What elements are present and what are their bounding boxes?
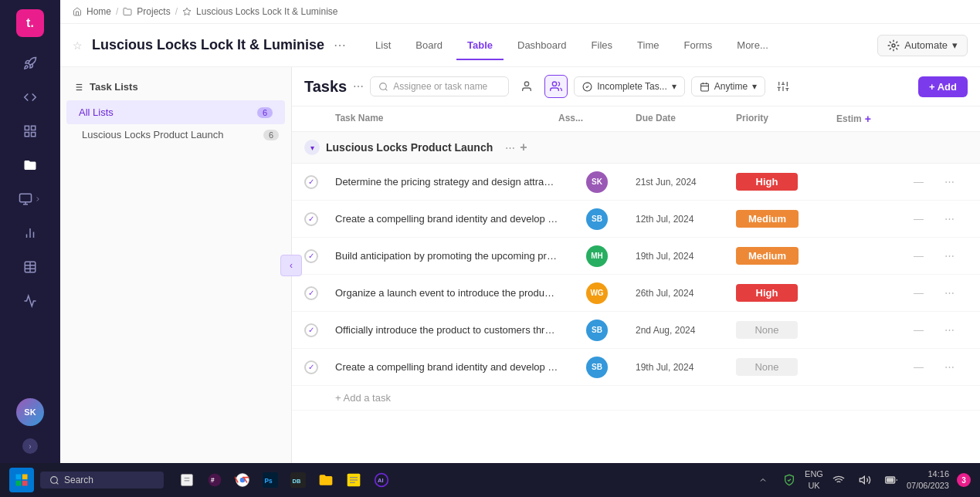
sidebar-icon-table[interactable] (16, 253, 44, 281)
tab-files[interactable]: Files (581, 32, 623, 60)
priority-cell-5[interactable]: None (736, 321, 836, 339)
row-dash-3[interactable]: — (914, 250, 924, 262)
taskbar-ai-icon[interactable]: AI (371, 469, 392, 491)
sidebar-icon-chevrons[interactable] (16, 83, 44, 111)
task-check-4[interactable]: ✓ (304, 286, 318, 300)
filter-options-btn[interactable] (771, 75, 795, 98)
row-more-6[interactable]: ⋯ (944, 361, 968, 373)
system-tray: ENG UK 14:16 07/06/2023 3 (752, 468, 971, 492)
row-more-4[interactable]: ⋯ (944, 287, 968, 299)
add-task-row[interactable]: + Add a task (292, 386, 980, 411)
add-task-btn[interactable]: + Add (918, 76, 968, 97)
taskbar-folder-icon[interactable] (315, 469, 337, 491)
task-name-3[interactable]: Build anticipation by promoting the upco… (335, 250, 558, 262)
assignee-cell-6: SB (558, 357, 636, 378)
time-filter-btn[interactable]: Anytime ▾ (691, 76, 765, 96)
sidebar-icon-analytics[interactable] (16, 287, 44, 315)
app-logo[interactable]: t. (16, 9, 44, 37)
row-dash-2[interactable]: — (914, 213, 924, 225)
tab-dashboard[interactable]: Dashboard (507, 32, 578, 60)
task-check-6[interactable]: ✓ (304, 360, 318, 374)
tab-board[interactable]: Board (405, 32, 453, 60)
assignee-avatar-3[interactable]: MH (586, 245, 608, 267)
row-more-2[interactable]: ⋯ (944, 213, 968, 225)
task-name-2[interactable]: Create a compelling brand identity and d… (335, 213, 558, 225)
task-name-1[interactable]: Determine the pricing strategy and desig… (335, 176, 558, 188)
person-filter-btn[interactable] (515, 75, 538, 98)
taskbar-ps-icon[interactable]: Ps (259, 469, 281, 491)
sidebar-expand-btn[interactable]: › (22, 438, 38, 454)
taskbar-chrome-icon[interactable] (232, 469, 253, 491)
task-check-2[interactable]: ✓ (304, 212, 318, 226)
group-collapse-btn[interactable]: ▾ (304, 140, 320, 155)
svg-marker-14 (183, 8, 191, 15)
assignee-avatar-5[interactable]: SB (586, 320, 608, 341)
product-launch-item[interactable]: Luscious Locks Product Launch 6 (60, 124, 291, 145)
row-dash-4[interactable]: — (914, 287, 924, 299)
task-name-5[interactable]: Officially introduce the product to cust… (335, 324, 558, 336)
ai-icon: AI (374, 472, 389, 488)
breadcrumb-sep1: / (116, 6, 118, 17)
priority-cell-3[interactable]: Medium (736, 247, 836, 265)
sidebar-icon-monitor[interactable] (16, 185, 44, 213)
breadcrumb-home[interactable]: Home (86, 6, 111, 17)
sidebar-icon-chart[interactable] (16, 219, 44, 247)
group-add-btn[interactable]: + (520, 140, 527, 154)
tasks-menu-btn[interactable]: ⋯ (353, 80, 364, 93)
task-check-5[interactable]: ✓ (304, 323, 318, 337)
taskbar: Search # Ps (0, 463, 980, 497)
panel-toggle-btn[interactable]: ‹ (280, 255, 302, 276)
status-filter-btn[interactable]: Incomplete Tas... ▾ (574, 76, 685, 96)
project-menu-btn[interactable]: ⋯ (334, 38, 346, 52)
taskbar-files-icon[interactable] (176, 469, 198, 491)
task-check-3[interactable]: ✓ (304, 249, 318, 263)
tab-list[interactable]: List (365, 32, 402, 60)
tray-expand-icon[interactable] (752, 469, 774, 491)
all-lists-item[interactable]: All Lists 6 (66, 100, 285, 124)
user-avatar[interactable]: SK (16, 398, 44, 426)
sidebar-icon-grid[interactable] (16, 117, 44, 145)
row-dash-5[interactable]: — (914, 324, 924, 336)
tab-forms[interactable]: Forms (673, 32, 723, 60)
row-more-3[interactable]: ⋯ (944, 250, 968, 262)
assignee-avatar-1[interactable]: SK (586, 171, 608, 193)
priority-cell-4[interactable]: High (736, 284, 836, 302)
tab-more[interactable]: More... (726, 32, 778, 60)
priority-badge-4: High (736, 284, 798, 302)
due-date-4: 26th Jul, 2024 (636, 288, 736, 299)
group-menu-btn[interactable]: ⋯ (505, 142, 515, 154)
priority-cell-1[interactable]: High (736, 173, 836, 191)
row-dash-6[interactable]: — (914, 361, 924, 373)
tab-table[interactable]: Table (456, 32, 504, 60)
notification-badge[interactable]: 3 (957, 473, 971, 487)
taskbar-search-btn[interactable]: Search (40, 472, 164, 489)
task-search-box[interactable]: Assignee or task name (370, 76, 509, 96)
group-filter-btn[interactable] (544, 75, 568, 98)
start-button[interactable] (9, 468, 34, 492)
task-name-4[interactable]: Organize a launch event to introduce the… (335, 287, 558, 299)
sidebar-icon-rocket[interactable] (16, 49, 44, 77)
volume-icon[interactable] (854, 469, 876, 491)
row-more-1[interactable]: ⋯ (944, 176, 968, 188)
tray-security-icon[interactable] (778, 469, 800, 491)
tab-time[interactable]: Time (626, 32, 670, 60)
taskbar-slack-icon[interactable]: # (204, 469, 226, 491)
assignee-avatar-4[interactable]: WG (586, 282, 608, 304)
taskbar-sticky-icon[interactable] (343, 469, 365, 491)
project-star-icon[interactable]: ☆ (73, 39, 83, 52)
assignee-avatar-6[interactable]: SB (586, 357, 608, 378)
battery-icon[interactable] (880, 469, 902, 491)
task-name-6[interactable]: Create a compelling brand identity and d… (335, 361, 558, 373)
assignee-avatar-2[interactable]: SB (586, 208, 608, 230)
taskbar-db-icon[interactable]: DB (287, 469, 309, 491)
task-check-1[interactable]: ✓ (304, 175, 318, 189)
sidebar-icon-folder[interactable] (16, 151, 44, 179)
priority-cell-6[interactable]: None (736, 358, 836, 376)
automate-btn[interactable]: Automate ▾ (877, 35, 968, 56)
breadcrumb-project[interactable]: Luscious Locks Lock It & Luminise (196, 6, 337, 17)
priority-cell-2[interactable]: Medium (736, 210, 836, 228)
wifi-icon[interactable] (828, 469, 849, 491)
breadcrumb-projects[interactable]: Projects (137, 6, 170, 17)
row-dash-1[interactable]: — (914, 176, 924, 188)
row-more-5[interactable]: ⋯ (944, 324, 968, 336)
